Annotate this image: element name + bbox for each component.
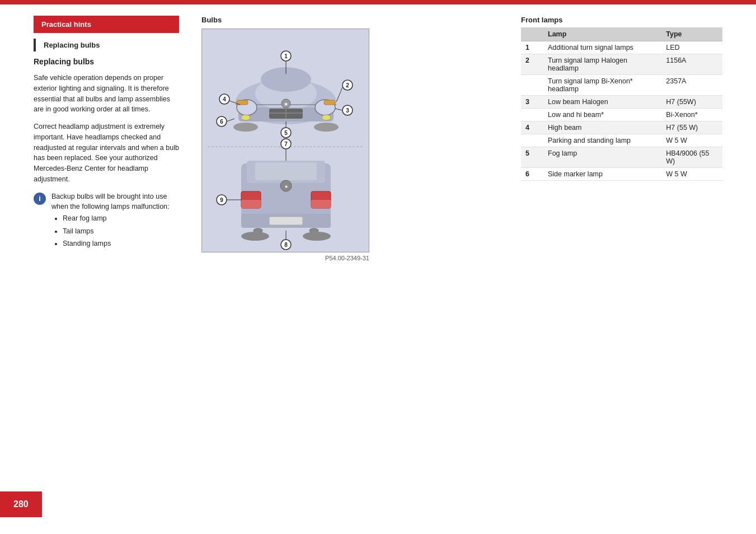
svg-rect-14 <box>324 100 335 105</box>
table-row: Low and hi beam*Bi-Xenon* <box>521 109 722 121</box>
right-column: Front lamps Lamp Type 1Additional turn s… <box>521 16 722 523</box>
info-box: i Backup bulbs will be brought into use … <box>34 191 179 250</box>
row-type: W 5 W <box>661 168 722 181</box>
svg-text:8: 8 <box>284 242 288 248</box>
row-lamp: Turn signal lamp Halogen headlamp <box>543 54 661 75</box>
row-lamp: Additional turn signal lamps <box>543 41 661 54</box>
left-column: Practical hints Replacing bulbs Replacin… <box>34 16 190 523</box>
row-lamp: Fog lamp <box>543 147 661 168</box>
col-header-lamp <box>521 27 543 41</box>
list-item: Standing lamps <box>63 237 179 250</box>
svg-rect-40 <box>255 162 317 180</box>
svg-rect-48 <box>269 217 303 225</box>
bullet-list: Rear fog lamp Tail lamps Standing lamps <box>51 212 179 250</box>
table-row: 3Low beam HalogenH7 (55W) <box>521 96 722 109</box>
svg-text:6: 6 <box>220 119 223 125</box>
lamps-table: Lamp Type 1Additional turn signal lampsL… <box>521 27 722 181</box>
page-wrapper: Practical hints Replacing bulbs Replacin… <box>0 0 756 534</box>
svg-text:7: 7 <box>284 141 288 147</box>
table-row: 2Turn signal lamp Halogen headlamp1156A <box>521 54 722 75</box>
middle-column: Bulbs <box>190 16 521 523</box>
row-type: HB4/9006 (55 W) <box>661 147 722 168</box>
replacing-bulbs-title: Replacing bulbs <box>34 57 179 66</box>
svg-text:★: ★ <box>284 101 288 107</box>
info-content: Backup bulbs will be brought into use wh… <box>51 191 179 250</box>
svg-text:1: 1 <box>284 53 288 59</box>
row-number <box>521 134 543 147</box>
row-lamp: Parking and standing lamp <box>543 134 661 147</box>
front-lamps-title: Front lamps <box>521 16 722 24</box>
row-number: 2 <box>521 54 543 75</box>
replacing-bulbs-subsection: Replacing bulbs <box>34 39 179 51</box>
table-row: Turn signal lamp Bi-Xenon* headlamp2357A <box>521 75 722 96</box>
top-banner <box>0 0 756 4</box>
row-type: 2357A <box>661 75 722 96</box>
table-header-row: Lamp Type <box>521 27 722 41</box>
row-lamp: High beam <box>543 121 661 134</box>
row-type: W 5 W <box>661 134 722 147</box>
row-number: 6 <box>521 168 543 181</box>
row-number: 1 <box>521 41 543 54</box>
svg-text:5: 5 <box>284 130 288 136</box>
svg-point-52 <box>303 232 331 241</box>
col-header-type: Type <box>661 27 722 41</box>
row-number: 4 <box>521 121 543 134</box>
svg-point-51 <box>241 232 269 241</box>
svg-rect-45 <box>311 200 331 208</box>
svg-text:9: 9 <box>220 197 223 203</box>
body-para-2: Correct headlamp adjustment is extremely… <box>34 121 179 185</box>
svg-point-17 <box>233 123 258 132</box>
practical-hints-box: Practical hints <box>34 16 179 33</box>
row-type: Bi-Xenon* <box>661 109 722 121</box>
practical-hints-label: Practical hints <box>41 20 91 29</box>
row-lamp: Side marker lamp <box>543 168 661 181</box>
table-row: 1Additional turn signal lampsLED <box>521 41 722 54</box>
info-text: Backup bulbs will be brought into use wh… <box>51 191 179 213</box>
col-header-lamp-name: Lamp <box>543 27 661 41</box>
svg-text:4: 4 <box>223 96 226 102</box>
page-number: 280 <box>0 491 42 517</box>
image-caption: P54.00-2349-31 <box>201 255 369 261</box>
svg-point-18 <box>314 123 339 132</box>
row-number <box>521 109 543 121</box>
svg-point-16 <box>322 115 331 120</box>
info-icon: i <box>34 193 46 205</box>
table-row: Parking and standing lampW 5 W <box>521 134 722 147</box>
row-number: 3 <box>521 96 543 109</box>
car-image: ★ <box>201 29 369 252</box>
row-number: 5 <box>521 147 543 168</box>
car-image-container: ★ <box>201 29 369 261</box>
list-item: Rear fog lamp <box>63 212 179 225</box>
row-lamp: Turn signal lamp Bi-Xenon* headlamp <box>543 75 661 96</box>
svg-rect-43 <box>241 200 261 208</box>
row-type: H7 (55 W) <box>661 121 722 134</box>
table-row: 4High beamH7 (55 W) <box>521 121 722 134</box>
car-svg: ★ <box>202 29 369 252</box>
svg-point-15 <box>241 115 250 120</box>
row-lamp: Low beam Halogen <box>543 96 661 109</box>
table-row: 5Fog lampHB4/9006 (55 W) <box>521 147 722 168</box>
row-type: 1156A <box>661 54 722 75</box>
svg-text:3: 3 <box>346 107 349 114</box>
page-footer: 280 <box>0 491 42 517</box>
svg-text:2: 2 <box>346 82 349 88</box>
replacing-bulbs-sub-label: Replacing bulbs <box>44 41 100 49</box>
row-type: LED <box>661 41 722 54</box>
row-lamp: Low and hi beam* <box>543 109 661 121</box>
svg-text:★: ★ <box>284 184 288 189</box>
list-item: Tail lamps <box>63 225 179 238</box>
row-type: H7 (55W) <box>661 96 722 109</box>
main-content: Practical hints Replacing bulbs Replacin… <box>0 4 756 534</box>
body-para-1: Safe vehicle operation depends on proper… <box>34 73 179 115</box>
row-number <box>521 75 543 96</box>
bulbs-label: Bulbs <box>201 16 510 24</box>
table-row: 6Side marker lampW 5 W <box>521 168 722 181</box>
